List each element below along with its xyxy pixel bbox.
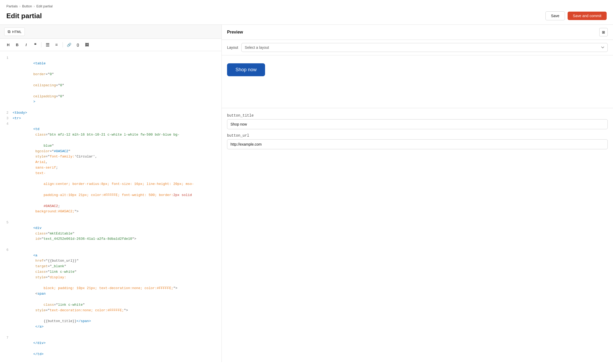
toolbar-separator-1 xyxy=(41,42,41,47)
html-tab-icon: ⧉ xyxy=(8,29,11,34)
breadcrumb: Partials › Button › Edit partial xyxy=(6,4,607,8)
code-line-2: 2 <tbody> xyxy=(4,110,217,116)
preview-panel: Preview ⊞ Layout Select a layout Shop no… xyxy=(222,25,613,362)
button-url-input[interactable] xyxy=(227,139,608,149)
button-title-group: button_title xyxy=(227,113,608,129)
breadcrumb-current: Edit partial xyxy=(36,4,53,8)
toolbar-heading-btn[interactable]: H xyxy=(4,41,12,49)
editor-tabs: ⧉ HTML xyxy=(0,25,221,39)
breadcrumb-sep-2: › xyxy=(34,4,35,8)
button-title-label: button_title xyxy=(227,113,608,118)
editor-toolbar: H B I ❝ ☰ ≡ 🔗 {} 🖼 xyxy=(0,39,221,51)
button-url-group: button_url xyxy=(227,133,608,149)
layout-row: Layout Select a layout xyxy=(222,40,613,55)
code-line-4: 4 <td class="btn mfz-12 mlh-16 btn-10-21… xyxy=(4,121,217,220)
toolbar-image-btn[interactable]: 🖼 xyxy=(83,41,91,49)
code-line-1: 1 <table border="0" cellspacing="0" cell… xyxy=(4,55,217,110)
editor-panel: ⧉ HTML H B I ❝ ☰ ≡ 🔗 {} 🖼 1 <table xyxy=(0,25,222,362)
toolbar-bold-btn[interactable]: B xyxy=(13,41,21,49)
toolbar-code-btn[interactable]: {} xyxy=(74,41,82,49)
toolbar-ul-btn[interactable]: ≡ xyxy=(53,41,60,49)
layout-label: Layout xyxy=(227,45,238,50)
main-layout: ⧉ HTML H B I ❝ ☰ ≡ 🔗 {} 🖼 1 <table xyxy=(0,25,613,362)
page-title: Edit partial xyxy=(6,12,42,20)
breadcrumb-partials[interactable]: Partials xyxy=(6,4,18,8)
breadcrumb-button[interactable]: Button xyxy=(22,4,32,8)
toolbar-link-btn[interactable]: 🔗 xyxy=(65,41,73,49)
header-actions: Save Save and commit xyxy=(545,11,607,20)
preview-expand-btn[interactable]: ⊞ xyxy=(599,28,608,36)
tab-html[interactable]: ⧉ HTML xyxy=(4,27,25,36)
tab-html-label: HTML xyxy=(12,30,21,34)
preview-header: Preview ⊞ xyxy=(222,25,613,40)
code-line-7: 7 </div> </td> xyxy=(4,335,217,362)
toolbar-separator-2 xyxy=(63,42,63,47)
code-line-3: 3 <tr> xyxy=(4,116,217,121)
variables-section: button_title button_url xyxy=(222,108,613,155)
save-and-commit-button[interactable]: Save and commit xyxy=(568,12,607,20)
page-header: Partials › Button › Edit partial Edit pa… xyxy=(0,0,613,25)
breadcrumb-sep-1: › xyxy=(19,4,20,8)
code-line-5: 5 <div class="mktEditable" id="text_4425… xyxy=(4,220,217,247)
button-url-label: button_url xyxy=(227,133,608,138)
toolbar-quote-btn[interactable]: ❝ xyxy=(31,41,39,49)
code-line-6: 6 <a href="{{button_url}}" target="_blan… xyxy=(4,247,217,335)
toolbar-italic-btn[interactable]: I xyxy=(22,41,30,49)
toolbar-ol-btn[interactable]: ☰ xyxy=(44,41,51,49)
save-button[interactable]: Save xyxy=(545,11,565,20)
page-title-row: Edit partial Save Save and commit xyxy=(6,11,607,25)
button-title-input[interactable] xyxy=(227,119,608,129)
preview-title: Preview xyxy=(227,30,243,35)
layout-select[interactable]: Select a layout xyxy=(241,43,608,52)
code-editor[interactable]: 1 <table border="0" cellspacing="0" cell… xyxy=(0,51,221,362)
shop-now-preview-button[interactable]: Shop now xyxy=(227,63,265,76)
preview-canvas: Shop now xyxy=(222,55,613,108)
